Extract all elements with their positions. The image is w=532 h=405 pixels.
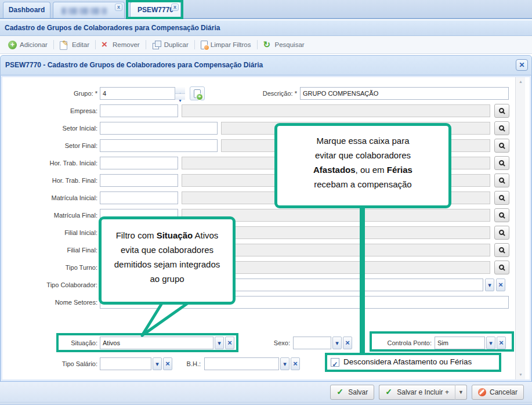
callout-text: Marque essa caixa para [316,136,409,146]
filial-inicial-label: Filial Inicial: [2,226,97,239]
tab-label: Dashboard [9,6,45,14]
new-document-icon [194,89,201,98]
remove-button[interactable]: Remover [97,38,144,52]
annotation-highlight-controla-ponto [370,331,514,352]
refresh-search-icon [263,40,272,49]
section-title: Cadastro de Grupos de Colaboradores para… [5,24,220,32]
callout-text-bold: Afastados [313,165,356,175]
hor-trab-final-input[interactable] [100,174,178,187]
annotation-highlight-situacao [56,333,238,352]
tab-close-icon[interactable]: x [115,3,122,11]
callout-text: , ou em [356,165,387,175]
callout-text: demitidos sejam integrados [114,259,220,269]
spinner-up-icon[interactable] [175,87,185,93]
grupo-spinner [175,87,184,100]
matricula-final-label: Matrícula Final: [2,209,97,222]
callout-text: Ativos [193,230,218,240]
footer-bar: Salvar Salvar e Incluir + ▼ Cancelar [0,381,532,403]
filial-final-lookup-button[interactable] [494,243,509,257]
grupo-input[interactable] [100,87,185,100]
nome-setores-label: Nome Setores: [2,296,97,309]
empresa-lookup-button[interactable] [494,104,509,118]
check-icon [336,388,345,396]
magnifier-icon [499,178,504,183]
cancel-button[interactable]: Cancelar [472,385,524,400]
hor-trab-inicial-lookup-button[interactable] [494,156,509,170]
add-button[interactable]: Adicionar [3,38,52,52]
callout-text-bold: Férias [387,165,412,175]
vertical-scrollbar[interactable]: ▲ ▼ [515,77,525,379]
callout-text-bold: Situação [157,230,193,240]
tipo-turno-lookup-button[interactable] [494,261,509,274]
descricao-label: Descrição: * [232,87,297,100]
callout-text: evita que colaboradores [121,245,213,255]
matricula-inicial-lookup-button[interactable] [494,191,509,205]
setor-inicial-label: Setor Inicial: [2,122,97,135]
chevron-down-icon[interactable] [153,357,162,370]
setor-inicial-input[interactable] [100,122,218,135]
magnifier-icon [499,125,504,131]
save-and-add-split-button: Salvar e Incluir + ▼ [379,385,467,400]
chevron-down-icon[interactable] [280,357,289,370]
edit-icon [60,40,69,49]
new-record-button[interactable] [190,86,205,100]
chevron-down-icon[interactable] [485,279,494,291]
clear-icon[interactable] [343,337,352,349]
setor-final-lookup-button[interactable] [494,139,509,153]
hor-trab-inicial-label: Hor. Trab. Inicial: [2,157,97,169]
search-button[interactable]: Pesquisar [259,38,309,52]
edit-button-label: Editar [72,41,89,48]
callout-text: recebam a compensação [314,179,411,189]
panel-header: PSEW7770 - Cadastro de Grupos de Colabor… [0,55,532,75]
spinner-down-icon[interactable] [175,93,185,100]
magnifier-icon [499,247,504,252]
remove-button-label: Remover [113,41,140,48]
clear-icon[interactable] [163,357,172,370]
annotation-callout-checkbox: Marque essa caixa para evitar que colabo… [274,123,451,208]
tab-dashboard[interactable]: Dashboard [3,2,50,18]
section-header: Cadastro de Grupos de Colaboradores para… [0,20,532,36]
chevron-down-icon[interactable] [332,337,342,349]
toolbar-separator [53,40,54,49]
tab-censored[interactable]: x [53,2,125,18]
tab-strip: Dashboard x PSEW7770 x [0,0,532,19]
matricula-inicial-input[interactable] [100,191,178,204]
descricao-input[interactable] [300,87,509,100]
magnifier-icon [499,143,504,148]
bh-combo[interactable] [204,357,279,370]
save-button[interactable]: Salvar [330,385,374,400]
panel-title: PSEW7770 - Cadastro de Grupos de Colabor… [5,61,263,69]
tipo-turno-label: Tipo Turno: [2,261,97,274]
duplicate-button[interactable]: Duplicar [147,38,193,52]
sexo-combo[interactable] [293,337,331,349]
hor-trab-final-lookup-button[interactable] [494,173,509,187]
annotation-callout-situacao: Filtro com Situação Ativos evita que col… [99,216,236,305]
clear-icon[interactable] [496,279,505,291]
save-and-add-button[interactable]: Salvar e Incluir + [379,385,455,400]
clear-filters-icon [201,41,208,49]
search-button-label: Pesquisar [275,41,305,48]
duplicate-button-label: Duplicar [164,41,189,48]
edit-button[interactable]: Editar [55,38,94,52]
setor-final-label: Setor Final: [2,139,97,152]
matricula-final-lookup-button[interactable] [494,208,509,222]
annotation-connector-line [360,205,365,355]
hor-trab-inicial-input[interactable] [100,157,178,169]
clear-filters-button[interactable]: Limpar Filtros [196,38,256,52]
save-and-add-menu-arrow[interactable]: ▼ [455,385,467,400]
panel-close-icon[interactable]: ✕ [516,59,528,71]
cancel-icon [478,388,486,396]
tipo-salario-combo[interactable] [100,357,151,370]
setor-final-input[interactable] [100,139,218,152]
scroll-up-icon[interactable]: ▲ [516,77,526,86]
cancel-button-label: Cancelar [490,388,517,396]
magnifier-icon [499,212,504,218]
empresa-input[interactable] [100,104,178,117]
add-button-label: Adicionar [20,41,48,48]
setor-inicial-lookup-button[interactable] [494,121,509,135]
remove-icon [102,40,110,49]
magnifier-icon [499,160,504,165]
filial-inicial-lookup-button[interactable] [494,226,509,240]
scroll-down-icon[interactable]: ▼ [516,370,526,379]
clear-icon[interactable] [291,357,300,370]
